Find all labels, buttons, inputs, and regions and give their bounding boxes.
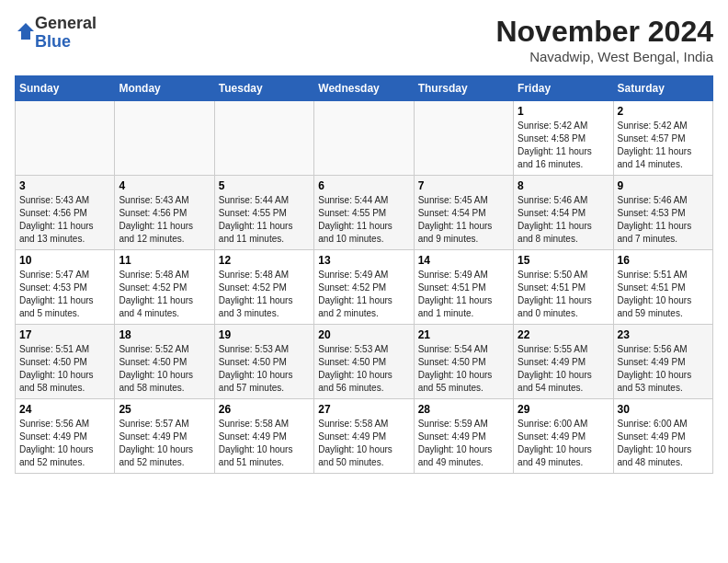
day-number: 5 <box>219 179 310 192</box>
day-info: Sunrise: 5:46 AM Sunset: 4:53 PM Dayligh… <box>618 194 709 246</box>
calendar-cell: 14Sunrise: 5:49 AM Sunset: 4:51 PM Dayli… <box>414 250 513 325</box>
day-info: Sunrise: 5:52 AM Sunset: 4:50 PM Dayligh… <box>119 343 210 395</box>
day-number: 23 <box>618 328 709 341</box>
day-info: Sunrise: 5:44 AM Sunset: 4:55 PM Dayligh… <box>219 194 310 246</box>
calendar-cell: 4Sunrise: 5:43 AM Sunset: 4:56 PM Daylig… <box>115 176 214 250</box>
svg-marker-0 <box>17 23 34 40</box>
calendar-cell <box>214 101 313 176</box>
calendar-cell: 12Sunrise: 5:48 AM Sunset: 4:52 PM Dayli… <box>214 250 313 325</box>
col-thursday: Thursday <box>414 76 513 101</box>
day-number: 15 <box>518 254 609 267</box>
day-info: Sunrise: 5:45 AM Sunset: 4:54 PM Dayligh… <box>418 194 509 246</box>
day-info: Sunrise: 5:58 AM Sunset: 4:49 PM Dayligh… <box>318 418 409 469</box>
calendar-cell: 23Sunrise: 5:56 AM Sunset: 4:49 PM Dayli… <box>613 325 712 399</box>
calendar-cell: 9Sunrise: 5:46 AM Sunset: 4:53 PM Daylig… <box>613 176 712 250</box>
day-info: Sunrise: 5:42 AM Sunset: 4:57 PM Dayligh… <box>618 120 709 171</box>
col-saturday: Saturday <box>613 76 712 101</box>
day-number: 19 <box>219 328 310 341</box>
day-number: 7 <box>418 179 509 192</box>
day-info: Sunrise: 5:49 AM Sunset: 4:52 PM Dayligh… <box>318 269 409 320</box>
calendar-cell: 30Sunrise: 6:00 AM Sunset: 4:49 PM Dayli… <box>613 399 712 474</box>
day-info: Sunrise: 5:46 AM Sunset: 4:54 PM Dayligh… <box>518 194 609 246</box>
calendar-cell: 19Sunrise: 5:53 AM Sunset: 4:50 PM Dayli… <box>214 325 313 399</box>
day-number: 6 <box>318 179 409 192</box>
day-number: 22 <box>518 328 609 341</box>
col-friday: Friday <box>514 76 613 101</box>
calendar-cell: 17Sunrise: 5:51 AM Sunset: 4:50 PM Dayli… <box>16 325 115 399</box>
calendar-cell: 22Sunrise: 5:55 AM Sunset: 4:49 PM Dayli… <box>514 325 613 399</box>
calendar-cell: 6Sunrise: 5:44 AM Sunset: 4:55 PM Daylig… <box>314 176 414 250</box>
day-number: 13 <box>318 254 409 267</box>
calendar-cell: 20Sunrise: 5:53 AM Sunset: 4:50 PM Dayli… <box>314 325 414 399</box>
day-number: 3 <box>19 179 110 192</box>
calendar-cell: 10Sunrise: 5:47 AM Sunset: 4:53 PM Dayli… <box>16 250 115 325</box>
day-info: Sunrise: 5:54 AM Sunset: 4:50 PM Dayligh… <box>418 343 509 395</box>
page-header: General Blue November 2024 Navadwip, Wes… <box>15 15 713 64</box>
calendar-cell <box>414 101 513 176</box>
calendar-cell: 13Sunrise: 5:49 AM Sunset: 4:52 PM Dayli… <box>314 250 414 325</box>
calendar-cell: 1Sunrise: 5:42 AM Sunset: 4:58 PM Daylig… <box>514 101 613 176</box>
day-info: Sunrise: 5:43 AM Sunset: 4:56 PM Dayligh… <box>19 194 110 246</box>
calendar-cell: 5Sunrise: 5:44 AM Sunset: 4:55 PM Daylig… <box>214 176 313 250</box>
logo-blue: Blue <box>35 32 71 51</box>
day-info: Sunrise: 5:51 AM Sunset: 4:51 PM Dayligh… <box>618 269 709 320</box>
day-number: 1 <box>518 105 609 118</box>
calendar-body: 1Sunrise: 5:42 AM Sunset: 4:58 PM Daylig… <box>16 101 713 474</box>
day-number: 30 <box>618 403 709 416</box>
day-number: 8 <box>518 179 609 192</box>
calendar-cell <box>314 101 414 176</box>
calendar-cell: 18Sunrise: 5:52 AM Sunset: 4:50 PM Dayli… <box>115 325 214 399</box>
day-number: 18 <box>119 328 210 341</box>
day-number: 16 <box>618 254 709 267</box>
calendar-week-4: 17Sunrise: 5:51 AM Sunset: 4:50 PM Dayli… <box>16 325 713 399</box>
day-info: Sunrise: 5:56 AM Sunset: 4:49 PM Dayligh… <box>19 418 110 469</box>
calendar-week-2: 3Sunrise: 5:43 AM Sunset: 4:56 PM Daylig… <box>16 176 713 250</box>
day-number: 10 <box>19 254 110 267</box>
title-area: November 2024 Navadwip, West Bengal, Ind… <box>495 15 713 64</box>
location-subtitle: Navadwip, West Bengal, India <box>495 49 713 64</box>
day-number: 17 <box>19 328 110 341</box>
day-info: Sunrise: 5:47 AM Sunset: 4:53 PM Dayligh… <box>19 269 110 320</box>
day-number: 24 <box>19 403 110 416</box>
logo-icon <box>17 22 35 40</box>
day-info: Sunrise: 5:57 AM Sunset: 4:49 PM Dayligh… <box>119 418 210 469</box>
calendar-header: Sunday Monday Tuesday Wednesday Thursday… <box>16 76 713 101</box>
day-number: 12 <box>219 254 310 267</box>
day-info: Sunrise: 5:48 AM Sunset: 4:52 PM Dayligh… <box>119 269 210 320</box>
day-info: Sunrise: 5:53 AM Sunset: 4:50 PM Dayligh… <box>219 343 310 395</box>
logo: General Blue <box>15 15 97 52</box>
logo-general: General <box>35 14 97 32</box>
calendar-cell <box>115 101 214 176</box>
day-info: Sunrise: 5:50 AM Sunset: 4:51 PM Dayligh… <box>518 269 609 320</box>
calendar-cell: 7Sunrise: 5:45 AM Sunset: 4:54 PM Daylig… <box>414 176 513 250</box>
calendar-week-3: 10Sunrise: 5:47 AM Sunset: 4:53 PM Dayli… <box>16 250 713 325</box>
calendar-cell: 25Sunrise: 5:57 AM Sunset: 4:49 PM Dayli… <box>115 399 214 474</box>
day-info: Sunrise: 6:00 AM Sunset: 4:49 PM Dayligh… <box>518 418 609 469</box>
calendar-week-1: 1Sunrise: 5:42 AM Sunset: 4:58 PM Daylig… <box>16 101 713 176</box>
calendar-cell: 8Sunrise: 5:46 AM Sunset: 4:54 PM Daylig… <box>514 176 613 250</box>
calendar-cell: 21Sunrise: 5:54 AM Sunset: 4:50 PM Dayli… <box>414 325 513 399</box>
day-info: Sunrise: 5:44 AM Sunset: 4:55 PM Dayligh… <box>318 194 409 246</box>
day-number: 27 <box>318 403 409 416</box>
day-info: Sunrise: 5:49 AM Sunset: 4:51 PM Dayligh… <box>418 269 509 320</box>
logo-text: General Blue <box>35 15 97 52</box>
calendar-cell: 26Sunrise: 5:58 AM Sunset: 4:49 PM Dayli… <box>214 399 313 474</box>
calendar-cell: 27Sunrise: 5:58 AM Sunset: 4:49 PM Dayli… <box>314 399 414 474</box>
day-info: Sunrise: 5:51 AM Sunset: 4:50 PM Dayligh… <box>19 343 110 395</box>
calendar-table: Sunday Monday Tuesday Wednesday Thursday… <box>15 75 713 474</box>
calendar-cell: 2Sunrise: 5:42 AM Sunset: 4:57 PM Daylig… <box>613 101 712 176</box>
calendar-cell: 28Sunrise: 5:59 AM Sunset: 4:49 PM Dayli… <box>414 399 513 474</box>
day-info: Sunrise: 5:42 AM Sunset: 4:58 PM Dayligh… <box>518 120 609 171</box>
day-number: 25 <box>119 403 210 416</box>
col-tuesday: Tuesday <box>214 76 313 101</box>
day-number: 29 <box>518 403 609 416</box>
month-title: November 2024 <box>495 15 713 49</box>
calendar-week-5: 24Sunrise: 5:56 AM Sunset: 4:49 PM Dayli… <box>16 399 713 474</box>
day-number: 28 <box>418 403 509 416</box>
day-info: Sunrise: 5:55 AM Sunset: 4:49 PM Dayligh… <box>518 343 609 395</box>
col-wednesday: Wednesday <box>314 76 414 101</box>
day-number: 26 <box>219 403 310 416</box>
day-number: 11 <box>119 254 210 267</box>
day-number: 14 <box>418 254 509 267</box>
day-info: Sunrise: 5:58 AM Sunset: 4:49 PM Dayligh… <box>219 418 310 469</box>
